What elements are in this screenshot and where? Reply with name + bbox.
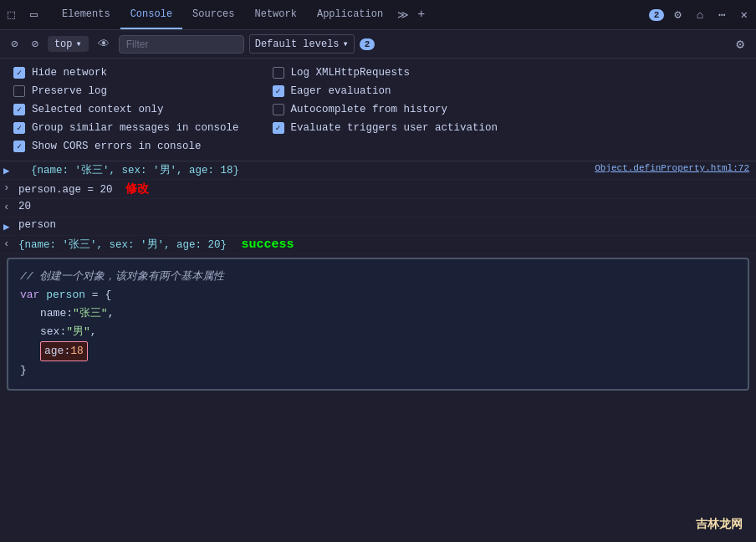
code-name-line: name:"张三", bbox=[20, 304, 736, 323]
filter-input[interactable] bbox=[119, 35, 244, 54]
issue-badge[interactable]: 2 bbox=[649, 9, 665, 21]
settings-left-col: Hide network Preserve log Selected conte… bbox=[13, 67, 239, 152]
line-3-content: 20 bbox=[18, 201, 749, 212]
profile-icon[interactable]: ⌂ bbox=[692, 6, 708, 24]
console-line-5[interactable]: ‹ {name: '张三', sex: '男', age: 20} succes… bbox=[0, 236, 756, 254]
preserve-log-label: Preserve log bbox=[32, 85, 107, 97]
inspect-icon[interactable]: ⬚ bbox=[3, 3, 19, 26]
output-icon: ‹ bbox=[3, 201, 18, 213]
watermark: 吉林龙网 bbox=[696, 517, 743, 532]
levels-badge: 2 bbox=[360, 38, 375, 50]
autocomplete-checkbox[interactable] bbox=[273, 104, 284, 115]
settings-icon[interactable]: ⚙ bbox=[669, 5, 686, 24]
clear-console-icon[interactable]: ⊘ bbox=[7, 34, 22, 54]
console-toolbar: ⊘ ⊘ top ▾ 👁 Default levels ▾ 2 ⚙ bbox=[0, 30, 756, 59]
eval-triggers-checkbox[interactable] bbox=[273, 122, 284, 134]
hide-network-checkbox[interactable] bbox=[13, 67, 25, 79]
more-tabs-icon[interactable]: ≫ bbox=[393, 5, 413, 25]
code-close-line: } bbox=[20, 361, 736, 380]
hide-network-label: Hide network bbox=[32, 67, 107, 79]
levels-selector[interactable]: Default levels ▾ bbox=[249, 34, 355, 54]
console-settings-icon[interactable]: ⚙ bbox=[731, 33, 749, 55]
expand-icon-2[interactable]: ▶ bbox=[3, 219, 18, 233]
context-selector[interactable]: top ▾ bbox=[48, 36, 89, 52]
console-line-1[interactable]: ▶ {name: '张三', sex: '男', age: 18} Object… bbox=[0, 161, 756, 180]
eager-eval-checkbox[interactable] bbox=[273, 85, 284, 97]
group-similar-row[interactable]: Group similar messages in console bbox=[13, 122, 239, 134]
eye-icon[interactable]: 👁 bbox=[94, 35, 114, 54]
success-label: success bbox=[242, 238, 294, 252]
main-tabs: Elements Console Sources Network Applica… bbox=[52, 0, 649, 29]
log-xmlhttp-row[interactable]: Log XMLHttpRequests bbox=[273, 67, 498, 79]
code-var-line: var person = { bbox=[20, 286, 736, 304]
block-icon[interactable]: ⊘ bbox=[27, 34, 42, 54]
console-line-3[interactable]: ‹ 20 bbox=[0, 199, 756, 217]
highlighted-age: age:18 bbox=[40, 341, 88, 361]
revision-label: 修改 bbox=[125, 182, 149, 196]
tab-bar-right: 2 ⚙ ⌂ ⋯ ✕ bbox=[649, 5, 753, 24]
line-5-content: {name: '张三', sex: '男', age: 20} success bbox=[18, 238, 749, 252]
group-similar-checkbox[interactable] bbox=[13, 122, 25, 134]
eval-triggers-row[interactable]: Evaluate triggers user activation bbox=[273, 122, 498, 134]
settings-panel: Hide network Preserve log Selected conte… bbox=[0, 59, 756, 161]
preserve-log-row[interactable]: Preserve log bbox=[13, 85, 239, 97]
console-output: ▶ {name: '张三', sex: '男', age: 18} Object… bbox=[0, 161, 756, 394]
autocomplete-row[interactable]: Autocomplete from history bbox=[273, 104, 498, 115]
line-1-content: {name: '张三', sex: '男', age: 18} bbox=[18, 163, 586, 177]
levels-label: Default levels bbox=[255, 38, 340, 50]
preserve-log-checkbox[interactable] bbox=[13, 85, 25, 97]
code-sex-line: sex:"男", bbox=[20, 323, 736, 341]
close-icon[interactable]: ✕ bbox=[736, 5, 753, 24]
tab-sources[interactable]: Sources bbox=[182, 0, 244, 29]
output-icon-2: ‹ bbox=[3, 238, 18, 250]
code-comment-line: // 创建一个对象，该对象有两个基本属性 bbox=[20, 268, 736, 286]
cors-errors-checkbox[interactable] bbox=[13, 141, 25, 152]
line-4-content: person bbox=[18, 219, 749, 231]
cors-errors-row[interactable]: Show CORS errors in console bbox=[13, 141, 239, 152]
log-xmlhttp-label: Log XMLHttpRequests bbox=[291, 67, 411, 79]
levels-arrow-icon: ▾ bbox=[343, 38, 349, 50]
expand-icon[interactable]: ▶ bbox=[3, 163, 18, 177]
eval-triggers-label: Evaluate triggers user activation bbox=[291, 122, 498, 134]
code-editor-box: // 创建一个对象，该对象有两个基本属性 var person = { name… bbox=[7, 258, 749, 391]
input-icon: › bbox=[3, 182, 18, 194]
tab-bar: ⬚ ▭ Elements Console Sources Network App… bbox=[0, 0, 756, 30]
tab-elements[interactable]: Elements bbox=[52, 0, 120, 29]
console-line-2[interactable]: › person.age = 20 修改 bbox=[0, 180, 756, 199]
eager-eval-label: Eager evaluation bbox=[291, 85, 391, 97]
selected-context-row[interactable]: Selected context only bbox=[13, 104, 239, 115]
eager-eval-row[interactable]: Eager evaluation bbox=[273, 85, 498, 97]
add-tab-icon[interactable]: + bbox=[413, 4, 429, 25]
tab-application[interactable]: Application bbox=[307, 0, 393, 29]
log-xmlhttp-checkbox[interactable] bbox=[273, 67, 284, 79]
cors-errors-label: Show CORS errors in console bbox=[32, 141, 202, 152]
context-label: top bbox=[54, 38, 73, 50]
tab-network[interactable]: Network bbox=[245, 0, 307, 29]
selected-context-checkbox[interactable] bbox=[13, 104, 25, 115]
line-1-source[interactable]: Object.definProperty.html:72 bbox=[586, 163, 749, 173]
group-similar-label: Group similar messages in console bbox=[32, 122, 239, 134]
devtools-icons: ⬚ ▭ bbox=[3, 3, 42, 26]
settings-right-col: Log XMLHttpRequests Eager evaluation Aut… bbox=[273, 67, 498, 152]
hide-network-row[interactable]: Hide network bbox=[13, 67, 239, 79]
line-2-content: person.age = 20 修改 bbox=[18, 182, 749, 197]
tab-console[interactable]: Console bbox=[120, 0, 182, 29]
device-icon[interactable]: ▭ bbox=[26, 3, 42, 26]
chevron-down-icon: ▾ bbox=[75, 38, 81, 50]
code-age-line: age:18 bbox=[20, 341, 736, 361]
selected-context-label: Selected context only bbox=[32, 104, 164, 115]
autocomplete-label: Autocomplete from history bbox=[291, 104, 448, 115]
more-options-icon[interactable]: ⋯ bbox=[713, 5, 730, 24]
console-line-4[interactable]: ▶ person bbox=[0, 217, 756, 236]
